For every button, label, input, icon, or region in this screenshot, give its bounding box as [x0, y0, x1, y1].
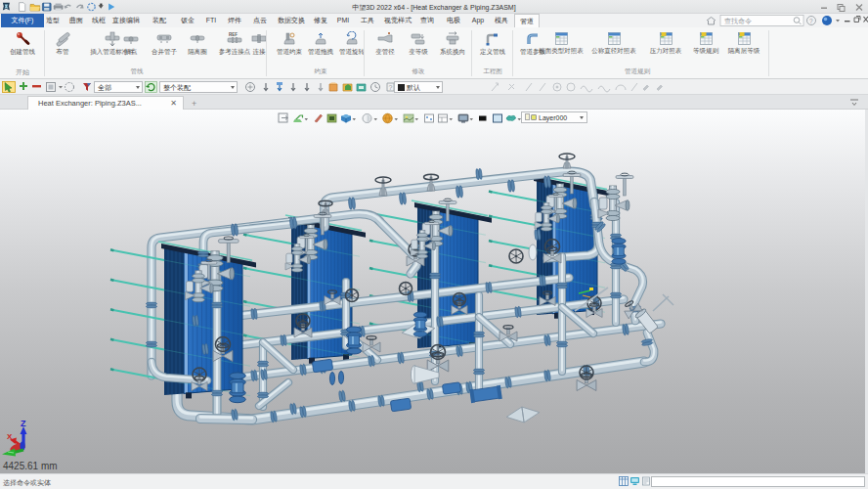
svg-text:?: ?: [389, 84, 393, 91]
svg-text:REF: REF: [229, 32, 238, 37]
svg-text:查找命令: 查找命令: [724, 18, 752, 25]
svg-text:?: ?: [809, 18, 813, 24]
